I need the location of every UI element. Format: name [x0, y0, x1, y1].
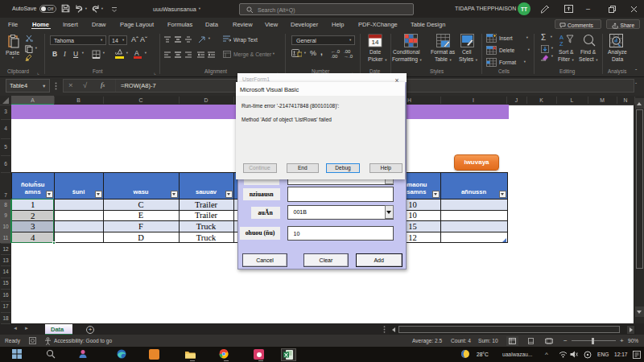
svg-text:Z: Z — [559, 40, 564, 47]
svg-text:14: 14 — [372, 39, 379, 46]
